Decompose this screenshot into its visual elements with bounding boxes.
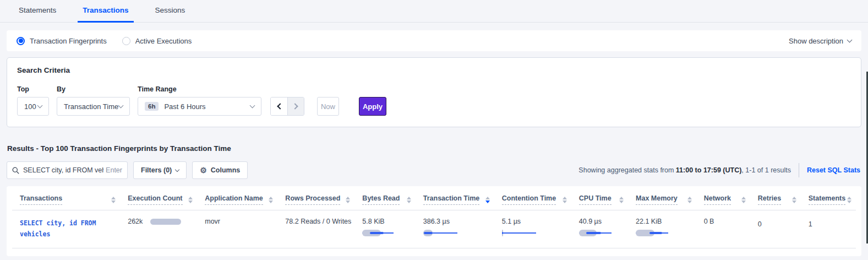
col-transactions[interactable]: Transactions [20,194,62,205]
radio-label: Transaction Fingerprints [30,37,107,45]
aggregated-stats-text: Showing aggregated stats from 11:00 to 1… [578,166,791,174]
bytes-read-value: 5.8 KiB [362,218,384,225]
max-memory-value: 22.1 KiB [636,218,662,225]
tab-sessions[interactable]: Sessions [150,6,190,23]
chevron-down-icon [250,103,255,109]
sort-icon[interactable] [792,197,799,203]
search-icon [12,167,19,174]
sort-icon[interactable] [619,197,626,203]
contention-time-value: 5.1 µs [502,218,521,225]
chevron-down-icon [118,103,124,109]
tab-statements[interactable]: Statements [14,6,61,23]
sort-icon[interactable] [346,197,352,203]
sort-icon[interactable] [111,197,118,203]
radio-selected-icon [17,37,25,45]
retries-value: 0 [758,220,762,228]
now-button[interactable]: Now [317,97,339,116]
contention-time-minibar [502,230,536,236]
results-controls: Enter Filters (0) ⚙ Columns Showing aggr… [7,161,861,179]
transactions-table: Transactions Execution Count Application… [12,186,856,248]
tab-transactions[interactable]: Transactions [78,6,133,23]
execution-count-value: 262k [128,218,143,225]
top-label: Top [17,85,49,93]
col-transaction-time[interactable]: Transaction Time [423,194,480,205]
chevron-right-icon [292,103,298,109]
col-retries[interactable]: Retries [758,194,781,205]
radio-transaction-fingerprints[interactable]: Transaction Fingerprints [17,37,107,45]
reset-sql-stats-link[interactable]: Reset SQL Stats [807,166,860,174]
table-header-row: Transactions Execution Count Application… [12,186,856,210]
vertical-divider [799,163,799,177]
max-memory-minibar [636,230,670,236]
radio-label: Active Executions [135,37,192,45]
execution-count-bar [150,219,181,225]
results-table-panel: Transactions Execution Count Application… [7,186,861,256]
sort-icon[interactable] [847,197,854,203]
results-heading: Results - Top 100 Transaction Fingerprin… [7,144,868,153]
transaction-fingerprint-link[interactable]: SELECT city, id FROM vehicles [20,218,118,240]
show-description-label: Show description [789,37,843,45]
sort-icon-active[interactable] [485,197,492,203]
statements-value: 1 [809,220,812,228]
sort-icon[interactable] [563,197,569,203]
network-value: 0 B [704,218,714,225]
next-time-window-button[interactable] [287,98,304,115]
by-label: By [57,85,130,93]
time-range-select[interactable]: 6h Past 6 Hours [138,97,261,116]
filters-button[interactable]: Filters (0) [133,161,187,179]
col-statements[interactable]: Statements [809,194,845,205]
sort-icon[interactable] [188,197,195,203]
prev-time-window-button[interactable] [271,98,287,115]
search-criteria-title: Search Criteria [17,66,851,74]
table-row: SELECT city, id FROM vehicles 262k movr … [12,210,856,248]
apply-button[interactable]: Apply [359,97,386,116]
search-input[interactable] [23,166,103,174]
chevron-left-icon [277,103,283,109]
col-max-memory[interactable]: Max Memory [636,194,678,205]
chevron-down-icon [37,103,43,109]
time-window-nav [270,97,304,116]
bytes-read-minibar [362,230,396,236]
time-range-label: Time Range [138,85,261,93]
sort-icon[interactable] [741,197,748,203]
columns-label: Columns [211,166,240,174]
col-application-name[interactable]: Application Name [205,194,263,205]
time-range-value: Past 6 Hours [164,102,205,111]
gear-icon: ⚙ [200,166,207,174]
view-toggle-bar: Transaction Fingerprints Active Executio… [7,30,861,51]
sort-icon[interactable] [269,197,275,203]
search-criteria-panel: Search Criteria Top 100 By Transaction T… [7,57,861,127]
top-select[interactable]: 100 [17,97,49,116]
col-contention-time[interactable]: Contention Time [502,194,556,205]
columns-button[interactable]: ⚙ Columns [192,161,248,179]
chevron-down-icon [175,167,179,171]
filters-label: Filters (0) [141,166,172,174]
enter-hint: Enter [106,166,122,174]
application-name-value: movr [205,218,220,225]
cpu-time-minibar [579,230,613,236]
col-bytes-read[interactable]: Bytes Read [362,194,400,205]
page-tabs: Statements Transactions Sessions [0,0,868,23]
col-cpu-time[interactable]: CPU Time [579,194,612,205]
chevron-down-icon [847,37,853,43]
transaction-time-value: 386.3 µs [423,218,450,225]
top-field: Top 100 [17,85,49,116]
stats-time-range: 11:00 to 17:59 (UTC) [676,166,741,174]
time-range-field: Time Range 6h Past 6 Hours [138,85,261,116]
cpu-time-value: 40.9 µs [579,218,602,225]
col-network[interactable]: Network [704,194,731,205]
time-range-badge: 6h [145,102,159,111]
sort-icon[interactable] [407,197,413,203]
radio-active-executions[interactable]: Active Executions [122,37,192,45]
col-rows-processed[interactable]: Rows Processed [285,194,340,205]
by-select[interactable]: Transaction Time [57,97,130,116]
radio-unselected-icon [122,37,130,45]
sort-icon[interactable] [687,197,694,203]
by-value: Transaction Time [64,102,118,111]
transaction-time-minibar [423,230,457,236]
col-execution-count[interactable]: Execution Count [128,194,182,205]
top-value: 100 [24,102,36,111]
fingerprint-search-box[interactable]: Enter [7,161,128,179]
show-description-toggle[interactable]: Show description [789,37,851,45]
by-field: By Transaction Time [57,85,130,116]
